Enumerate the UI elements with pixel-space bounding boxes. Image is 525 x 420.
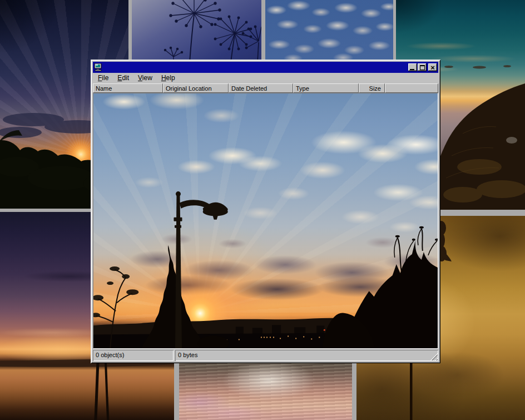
- minimize-icon: [410, 69, 414, 70]
- close-icon: ×: [430, 65, 435, 71]
- column-header-size[interactable]: Size: [359, 83, 385, 93]
- cypress-silhouette: [141, 245, 205, 349]
- column-header-name[interactable]: Name: [93, 83, 163, 93]
- menu-item-view[interactable]: View: [133, 73, 157, 83]
- status-total-size: 0 bytes: [175, 350, 438, 361]
- computer-icon[interactable]: [94, 63, 103, 71]
- silhouettes-overlay: [93, 93, 438, 348]
- minimize-button[interactable]: [408, 63, 417, 71]
- menu-item-file[interactable]: File: [93, 73, 113, 83]
- menu-item-help[interactable]: Help: [157, 73, 180, 83]
- list-view-area[interactable]: [93, 93, 438, 349]
- column-header-original-location[interactable]: Original Location: [163, 83, 229, 93]
- close-button[interactable]: ×: [428, 63, 437, 71]
- maximize-button[interactable]: [418, 63, 427, 71]
- column-header-date-deleted[interactable]: Date Deleted: [229, 83, 293, 93]
- list-column-headers: Name Original Location Date Deleted Type…: [93, 83, 438, 93]
- titlebar[interactable]: ×: [93, 62, 438, 73]
- menu-bar: File Edit View Help: [93, 73, 438, 83]
- column-header-filler: [385, 83, 438, 93]
- maximize-icon: [420, 65, 425, 70]
- status-bar: 0 object(s) 0 bytes: [93, 349, 438, 361]
- status-object-count: 0 object(s): [93, 350, 174, 361]
- menu-item-edit[interactable]: Edit: [113, 73, 133, 83]
- column-header-type[interactable]: Type: [293, 83, 359, 93]
- recycle-bin-window: × File Edit View Help Name Original Loca…: [91, 60, 440, 363]
